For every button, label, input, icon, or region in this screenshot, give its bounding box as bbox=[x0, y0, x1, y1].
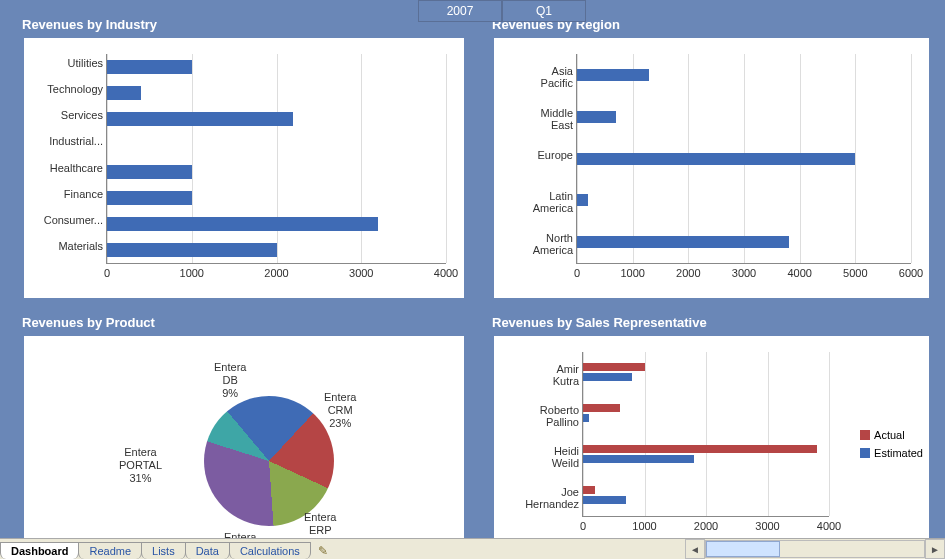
panel-revenues-by-product: Revenues by Product EnteraCRM23%EnteraER… bbox=[24, 336, 464, 551]
y-label: HeidiWeild bbox=[501, 445, 583, 469]
x-tick: 4000 bbox=[817, 516, 841, 532]
y-label: AsiaPacific bbox=[495, 65, 577, 89]
y-label: Europe bbox=[495, 149, 577, 161]
y-label: MiddleEast bbox=[495, 107, 577, 131]
x-tick: 1000 bbox=[620, 263, 644, 279]
bar bbox=[107, 165, 192, 179]
legend-salesrep: Actual Estimated bbox=[860, 423, 923, 465]
bar bbox=[107, 191, 192, 205]
sheet-tab-bar: DashboardReadmeListsDataCalculations ✎ ◄… bbox=[0, 538, 945, 559]
x-tick: 2000 bbox=[264, 263, 288, 279]
y-label: LatinAmerica bbox=[495, 190, 577, 214]
x-tick: 0 bbox=[104, 263, 110, 279]
bar bbox=[577, 236, 789, 248]
horizontal-scrollbar[interactable]: ◄ ► bbox=[685, 539, 945, 559]
bar bbox=[577, 194, 588, 206]
sheet-tab-lists[interactable]: Lists bbox=[141, 542, 186, 559]
x-tick: 1000 bbox=[180, 263, 204, 279]
bar bbox=[583, 363, 645, 371]
chart-region: 0100020003000400050006000AsiaPacificMidd… bbox=[576, 54, 911, 264]
x-tick: 4000 bbox=[434, 263, 458, 279]
y-label: Utilities bbox=[25, 57, 107, 69]
x-tick: 2000 bbox=[676, 263, 700, 279]
x-tick: 0 bbox=[574, 263, 580, 279]
bar bbox=[577, 69, 649, 81]
y-label: NorthAmerica bbox=[495, 232, 577, 256]
pie-label: EnteraDB9% bbox=[214, 361, 246, 400]
y-label: Materials bbox=[25, 240, 107, 252]
sheet-tab-readme[interactable]: Readme bbox=[78, 542, 142, 559]
y-label: Technology bbox=[25, 83, 107, 95]
x-tick: 0 bbox=[580, 516, 586, 532]
bar bbox=[577, 153, 855, 165]
bar bbox=[583, 486, 595, 494]
filter-quarter[interactable]: Q1 bbox=[502, 0, 586, 22]
sheet-tab-calculations[interactable]: Calculations bbox=[229, 542, 311, 559]
filter-bar: 2007 Q1 bbox=[418, 0, 586, 22]
bar bbox=[107, 112, 293, 126]
y-label: Healthcare bbox=[25, 162, 107, 174]
x-tick: 3000 bbox=[755, 516, 779, 532]
y-label: RobertoPallino bbox=[501, 404, 583, 428]
x-tick: 3000 bbox=[349, 263, 373, 279]
panel-title: Revenues by Product bbox=[22, 315, 155, 330]
bar bbox=[583, 445, 817, 453]
legend-swatch-estimated bbox=[860, 448, 870, 458]
bar bbox=[107, 60, 192, 74]
bar bbox=[583, 404, 620, 412]
chart-product: EnteraCRM23%EnteraERP20%EnteraBPA17%Ente… bbox=[24, 336, 464, 551]
sheet-tab-dashboard[interactable]: Dashboard bbox=[0, 542, 79, 559]
x-tick: 1000 bbox=[632, 516, 656, 532]
filter-year[interactable]: 2007 bbox=[418, 0, 502, 22]
pie-label: EnteraPORTAL31% bbox=[119, 446, 162, 485]
chart-industry: 01000200030004000UtilitiesTechnologyServ… bbox=[106, 54, 446, 264]
pie-label: EnteraCRM23% bbox=[324, 391, 356, 430]
bar bbox=[583, 496, 626, 504]
legend-label: Actual bbox=[874, 429, 905, 441]
bar bbox=[107, 217, 378, 231]
pie-chart bbox=[204, 396, 334, 526]
y-label: Industrial... bbox=[25, 135, 107, 147]
scroll-right-button[interactable]: ► bbox=[925, 539, 945, 559]
bar bbox=[577, 111, 616, 123]
legend-label: Estimated bbox=[874, 447, 923, 459]
bar bbox=[583, 455, 694, 463]
panel-revenues-by-industry: Revenues by Industry 01000200030004000Ut… bbox=[24, 38, 464, 298]
x-tick: 4000 bbox=[787, 263, 811, 279]
bar bbox=[107, 86, 141, 100]
x-tick: 3000 bbox=[732, 263, 756, 279]
chart-salesrep: 01000200030004000AmirKutraRobertoPallino… bbox=[582, 352, 829, 517]
bar bbox=[583, 373, 632, 381]
sheet-tabs: DashboardReadmeListsDataCalculations bbox=[0, 542, 310, 559]
dashboard-panels: Revenues by Industry 01000200030004000Ut… bbox=[14, 24, 931, 539]
panel-title: Revenues by Industry bbox=[22, 17, 157, 32]
x-tick: 6000 bbox=[899, 263, 923, 279]
y-label: Services bbox=[25, 109, 107, 121]
y-label: AmirKutra bbox=[501, 363, 583, 387]
scroll-thumb[interactable] bbox=[706, 541, 780, 557]
panel-title: Revenues by Sales Representative bbox=[492, 315, 707, 330]
sheet-tab-data[interactable]: Data bbox=[185, 542, 230, 559]
scroll-left-button[interactable]: ◄ bbox=[685, 539, 705, 559]
x-tick: 5000 bbox=[843, 263, 867, 279]
bar bbox=[583, 414, 589, 422]
sheet-menu-icon[interactable]: ✎ bbox=[312, 543, 334, 559]
y-label: Finance bbox=[25, 188, 107, 200]
panel-revenues-by-region: Revenues by Region 010002000300040005000… bbox=[494, 38, 929, 298]
y-label: JoeHernandez bbox=[501, 486, 583, 510]
x-tick: 2000 bbox=[694, 516, 718, 532]
bar bbox=[107, 243, 277, 257]
legend-swatch-actual bbox=[860, 430, 870, 440]
scroll-track[interactable] bbox=[705, 540, 925, 558]
y-label: Consumer... bbox=[25, 214, 107, 226]
panel-revenues-by-sales-rep: Revenues by Sales Representative 0100020… bbox=[494, 336, 929, 551]
